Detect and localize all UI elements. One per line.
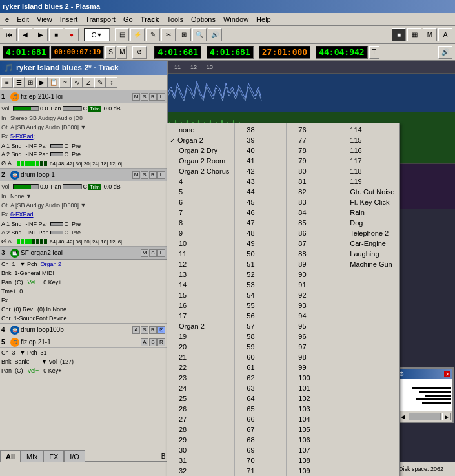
track-1-m-btn[interactable]: M <box>132 93 140 101</box>
p92[interactable]: 92 <box>287 290 338 300</box>
track-2-l-btn[interactable]: L <box>157 171 165 179</box>
p60[interactable]: 60 <box>235 352 286 362</box>
track-3-patch[interactable]: Organ 2 <box>40 261 61 267</box>
mini-scrollbar[interactable] <box>409 413 441 420</box>
track-1-r-btn[interactable]: R <box>149 93 157 101</box>
track-1-s-btn[interactable]: S <box>141 93 148 101</box>
track-3-m-btn[interactable]: M <box>141 249 148 257</box>
tab-fx[interactable]: FX <box>43 450 64 462</box>
p59[interactable]: 59 <box>235 342 286 352</box>
meter-btn[interactable]: M <box>117 46 127 59</box>
p-laughing[interactable]: Laughing <box>338 249 399 259</box>
track-1-vol-slider[interactable] <box>13 106 39 111</box>
track-2-vol-slider[interactable] <box>13 184 39 189</box>
p82[interactable]: 82 <box>287 187 338 197</box>
p57[interactable]: 57 <box>235 321 286 331</box>
patch-5[interactable]: 5 <box>167 187 234 197</box>
track-4-s-btn[interactable]: S <box>141 326 148 334</box>
p91[interactable]: 91 <box>287 280 338 290</box>
patch-15[interactable]: 15 <box>167 290 234 300</box>
p78[interactable]: 78 <box>287 145 338 156</box>
p85[interactable]: 85 <box>287 218 338 228</box>
patch-4[interactable]: 4 <box>167 176 234 187</box>
p-machine-gun[interactable]: Machine Gun <box>338 259 399 269</box>
p93[interactable]: 93 <box>287 300 338 311</box>
patch-6[interactable]: 6 <box>167 197 234 207</box>
p97[interactable]: 97 <box>287 342 338 352</box>
view-btn-2[interactable]: ▦ <box>407 28 421 41</box>
p43[interactable]: 43 <box>235 176 286 187</box>
track-4-name[interactable]: drum loop100b <box>21 326 132 333</box>
menu-go[interactable]: Go <box>119 15 137 24</box>
p64[interactable]: 64 <box>235 393 286 404</box>
patch-30[interactable]: 30 <box>167 445 234 455</box>
p107[interactable]: 107 <box>287 445 338 455</box>
track-5-a-btn[interactable]: A <box>141 338 148 346</box>
patch-23[interactable]: 23 <box>167 373 234 383</box>
track-5-name[interactable]: fiz ep 21-1 <box>21 338 141 346</box>
tp-btn-8[interactable]: ⊿ <box>83 77 94 88</box>
tool-btn-5[interactable]: ⊞ <box>177 28 191 41</box>
p96[interactable]: 96 <box>287 331 338 342</box>
track-3-s-btn[interactable]: S <box>149 249 157 257</box>
p79[interactable]: 79 <box>287 156 338 166</box>
p81[interactable]: 81 <box>287 176 338 187</box>
tool-btn-1[interactable]: ▤ <box>115 28 129 41</box>
patch-32[interactable]: 32 <box>167 466 234 476</box>
patch-organ2[interactable]: Organ 2 <box>167 135 234 145</box>
volume-btn[interactable]: 🔊 <box>438 46 452 59</box>
patch-12[interactable]: 12 <box>167 259 234 269</box>
p95[interactable]: 95 <box>287 321 338 331</box>
p116[interactable]: 116 <box>338 145 399 156</box>
menu-file[interactable]: e <box>1 15 13 24</box>
patch-10[interactable]: 10 <box>167 238 234 249</box>
p109[interactable]: 109 <box>287 466 338 476</box>
p98[interactable]: 98 <box>287 352 338 362</box>
p68[interactable]: 68 <box>235 435 286 445</box>
p105[interactable]: 105 <box>287 424 338 435</box>
p87[interactable]: 87 <box>287 238 338 249</box>
track-2-m-btn[interactable]: M <box>132 171 140 179</box>
tp-btn-9[interactable]: ✎ <box>94 77 106 88</box>
play-btn[interactable]: ▶ <box>34 28 48 41</box>
patch-organ2-room[interactable]: Organ 2 Room <box>167 156 234 166</box>
tp-btn-1[interactable]: ≡ <box>1 77 13 88</box>
timecode-btn[interactable]: T <box>369 46 379 59</box>
p119[interactable]: 119 <box>338 176 399 187</box>
tab-all[interactable]: All <box>0 450 21 462</box>
track-1-s1-pan[interactable] <box>50 144 63 148</box>
tp-btn-10[interactable]: ↕ <box>106 77 117 88</box>
p102[interactable]: 102 <box>287 393 338 404</box>
tool-btn-6[interactable]: 🔍 <box>192 28 207 41</box>
p106[interactable]: 106 <box>287 435 338 445</box>
p52[interactable]: 52 <box>235 269 286 280</box>
p55[interactable]: 55 <box>235 300 286 311</box>
menu-view[interactable]: View <box>33 15 56 24</box>
patch-29[interactable]: 29 <box>167 435 234 445</box>
track-2-pan-slider[interactable] <box>63 184 82 189</box>
record-btn[interactable]: ● <box>65 28 79 41</box>
menu-options[interactable]: Options <box>187 15 219 24</box>
p70[interactable]: 70 <box>235 455 286 466</box>
rewind-btn[interactable]: ⏮ <box>3 28 17 41</box>
patch-31[interactable]: 31 <box>167 455 234 466</box>
tab-mix[interactable]: Mix <box>21 450 43 462</box>
p118[interactable]: 118 <box>338 166 399 176</box>
p-fl-key[interactable]: Fl. Key Click <box>338 197 399 207</box>
patch-7[interactable]: 7 <box>167 207 234 218</box>
p-gtr-cut[interactable]: Gtr. Cut Noise <box>338 187 399 197</box>
menu-edit[interactable]: Edit <box>13 15 33 24</box>
p100[interactable]: 100 <box>287 373 338 383</box>
p76[interactable]: 76 <box>287 125 338 135</box>
track-4-a-btn[interactable]: A <box>132 326 140 334</box>
p-dog[interactable]: Dog <box>338 218 399 228</box>
menu-transport[interactable]: Transport <box>81 15 119 24</box>
loop-btn[interactable]: ↺ <box>132 46 147 59</box>
p58[interactable]: 58 <box>235 331 286 342</box>
p103[interactable]: 103 <box>287 404 338 414</box>
tool-btn-7[interactable]: 🔊 <box>208 28 222 41</box>
tool-btn-3[interactable]: ✎ <box>146 28 160 41</box>
track-1-pan-slider[interactable] <box>63 106 82 111</box>
track-3-name[interactable]: SF organ2 leai <box>21 249 141 256</box>
p104[interactable]: 104 <box>287 414 338 424</box>
